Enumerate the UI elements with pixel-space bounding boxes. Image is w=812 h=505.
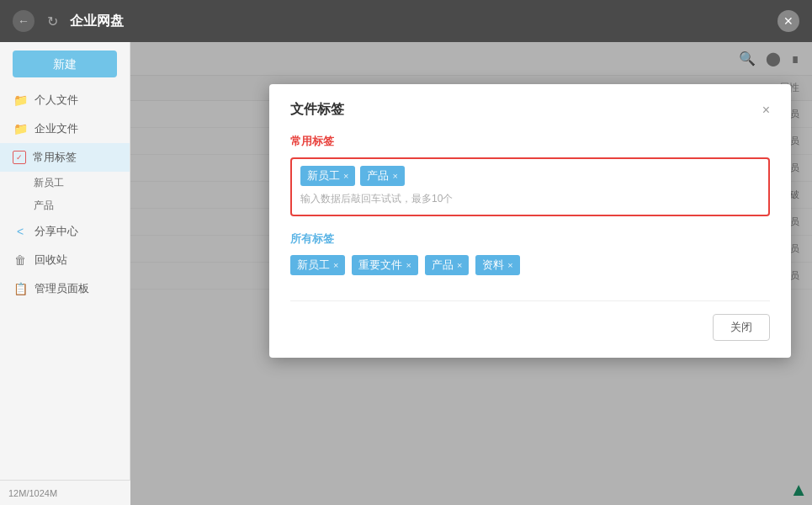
sidebar-item-label: 分享中心 [34, 224, 78, 239]
modal-header: 文件标签 × [290, 101, 770, 119]
selected-tag-new-employee[interactable]: 新员工 × [300, 166, 355, 186]
tag-label: 资料 [482, 258, 504, 273]
tag-remove-icon[interactable]: × [392, 171, 397, 181]
modal-footer: 关闭 [290, 300, 770, 341]
sidebar-item-enterprise[interactable]: 📁 企业文件 [0, 114, 130, 143]
app-close-button[interactable]: ✕ [778, 10, 799, 32]
sidebar-item-label: 个人文件 [34, 93, 78, 108]
tag-remove-icon[interactable]: × [333, 260, 338, 270]
sidebar-item-admin[interactable]: 📋 管理员面板 [0, 274, 130, 303]
new-button[interactable]: 新建 [13, 50, 117, 77]
status-bar: 12M/1024M [0, 480, 130, 505]
sidebar-item-recycle[interactable]: 🗑 回收站 [0, 246, 130, 274]
sidebar-subitem-product[interactable]: 产品 [0, 194, 130, 217]
tag-remove-icon[interactable]: × [406, 260, 411, 270]
folder-icon: 📁 [13, 93, 28, 108]
all-tag-2[interactable]: 重要文件 × [352, 255, 417, 275]
tag-label: 产品 [367, 168, 389, 183]
all-tag-3[interactable]: 产品 × [425, 255, 469, 275]
all-tag-4[interactable]: 资料 × [475, 255, 519, 275]
app-header: ← ↻ 企业网盘 ✕ [0, 0, 812, 42]
sidebar-item-label: 回收站 [34, 252, 67, 268]
tag-remove-icon[interactable]: × [457, 260, 462, 270]
subitem-label: 产品 [34, 199, 54, 211]
sidebar-item-share[interactable]: < 分享中心 [0, 217, 130, 246]
trash-icon: 🗑 [13, 252, 28, 268]
tag-label: 产品 [432, 258, 454, 273]
back-icon: ← [18, 14, 29, 28]
admin-icon: 📋 [13, 281, 28, 296]
all-tags-row: 新员工 × 重要文件 × 产品 × 资料 × [290, 255, 770, 275]
refresh-icon: ↻ [47, 13, 58, 29]
content-area: 🔍 ⬤ ∎ ↓ 属性 1 15:4 创建人:管理员 1 15:4 创建人:管理员… [130, 42, 812, 505]
tag-input-box[interactable]: 新员工 × 产品 × 输入数据后敲回车试试，最多10个 [290, 157, 770, 216]
app-title: 企业网盘 [70, 13, 769, 30]
common-tags-label: 常用标签 [290, 134, 770, 149]
sidebar-subitem-new-employee[interactable]: 新员工 [0, 172, 130, 194]
tag-remove-icon[interactable]: × [507, 260, 512, 270]
share-icon: < [13, 224, 28, 239]
main-layout: 新建 📁 个人文件 📁 企业文件 ✓ 常用标签 新员工 产品 < 分享中心 🗑 … [0, 42, 812, 505]
all-tags-section: 所有标签 新员工 × 重要文件 × 产品 × 资料 [290, 231, 770, 275]
sidebar-item-label: 企业文件 [34, 121, 78, 136]
sidebar: 新建 📁 个人文件 📁 企业文件 ✓ 常用标签 新员工 产品 < 分享中心 🗑 … [0, 42, 130, 505]
modal-title: 文件标签 [290, 101, 344, 119]
tag-remove-icon[interactable]: × [343, 171, 348, 181]
file-tags-modal: 文件标签 × 常用标签 新员工 × 产品 × 输入数据后敲回车试试，最多10个 … [269, 84, 791, 358]
tag-label: 重要文件 [358, 258, 402, 273]
sidebar-item-label: 管理员面板 [34, 281, 89, 296]
modal-close-footer-button[interactable]: 关闭 [713, 314, 770, 341]
folder-icon: 📁 [13, 121, 28, 136]
tag-input-placeholder: 输入数据后敲回车试试，最多10个 [300, 192, 453, 206]
tag-icon: ✓ [13, 151, 26, 164]
selected-tag-product[interactable]: 产品 × [360, 166, 404, 186]
subitem-label: 新员工 [34, 177, 64, 189]
sidebar-item-common-tags[interactable]: ✓ 常用标签 [0, 143, 130, 172]
tag-label: 新员工 [297, 258, 330, 273]
storage-info: 12M/1024M [8, 488, 57, 498]
all-tags-label: 所有标签 [290, 231, 770, 247]
back-button[interactable]: ← [13, 10, 34, 32]
sidebar-item-label: 常用标签 [33, 150, 77, 165]
sidebar-item-personal[interactable]: 📁 个人文件 [0, 86, 130, 114]
modal-close-button[interactable]: × [762, 103, 770, 118]
refresh-button[interactable]: ↻ [43, 12, 61, 30]
tag-label: 新员工 [307, 168, 340, 183]
close-icon: ✕ [783, 14, 793, 28]
all-tag-1[interactable]: 新员工 × [290, 255, 345, 275]
